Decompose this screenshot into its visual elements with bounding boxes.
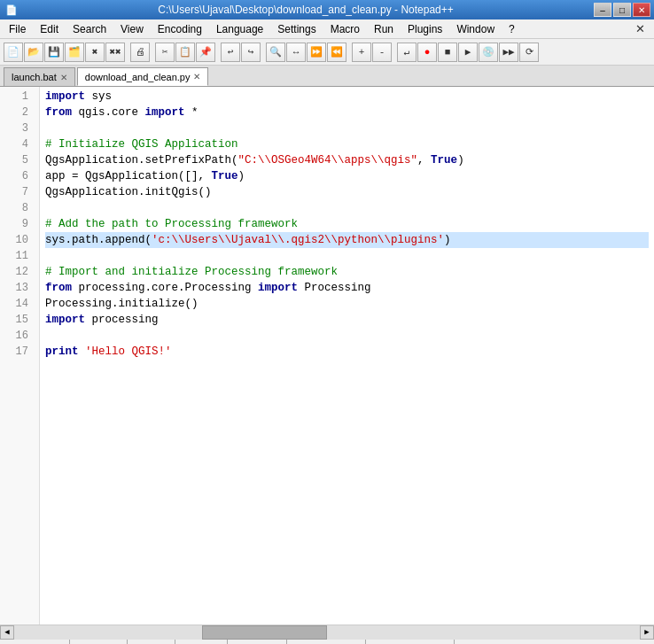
line-number-11: 11 xyxy=(0,248,34,264)
line-number-10: 10 xyxy=(0,232,34,248)
tb-macro-run[interactable]: ▶▶ xyxy=(499,43,518,62)
code-line-12[interactable]: # Import and initialize Processing frame… xyxy=(45,264,649,280)
line-number-5: 5 xyxy=(0,152,34,168)
tb-cut[interactable]: ✂ xyxy=(155,43,175,62)
tb-macro-save[interactable]: 💿 xyxy=(479,43,498,62)
line-numbers: 1234567891011121314151617 xyxy=(0,87,40,625)
tb-closeall[interactable]: ✖✖ xyxy=(105,43,125,62)
line-number-1: 1 xyxy=(0,89,34,105)
title-bar: 📄 C:\Users\Ujaval\Desktop\download_and_c… xyxy=(0,0,654,19)
menu-file[interactable]: File xyxy=(2,19,33,38)
menu-settings[interactable]: Settings xyxy=(270,19,323,38)
line-number-9: 9 xyxy=(0,216,34,232)
tab-label-launch: launch.bat xyxy=(12,72,57,82)
menu-window[interactable]: Window xyxy=(449,19,502,38)
tb-save[interactable]: 💾 xyxy=(44,43,64,62)
menu-help[interactable]: ? xyxy=(502,19,522,38)
menu-search[interactable]: Search xyxy=(66,19,113,38)
scroll-track[interactable] xyxy=(14,625,640,640)
status-ln: Ln : 10 xyxy=(128,640,176,644)
line-number-16: 16 xyxy=(0,328,34,344)
code-line-16[interactable] xyxy=(45,328,649,344)
scroll-left-button[interactable]: ◀ xyxy=(0,625,14,640)
code-line-11[interactable] xyxy=(45,248,649,264)
tb-wrap[interactable]: ↵ xyxy=(397,43,417,62)
code-line-13[interactable]: from processing.core.Processing import P… xyxy=(45,280,649,296)
tb-new[interactable]: 📄 xyxy=(4,43,23,62)
tb-findprev[interactable]: ⏪ xyxy=(327,43,346,62)
scroll-right-button[interactable]: ▶ xyxy=(640,625,654,640)
line-number-2: 2 xyxy=(0,105,34,120)
status-length: length : 465 xyxy=(0,640,70,644)
line-number-6: 6 xyxy=(0,168,34,184)
tab-download[interactable]: download_and_clean.py ✕ xyxy=(77,67,209,86)
menu-run[interactable]: Run xyxy=(367,19,401,38)
code-line-4[interactable]: # Initialize QGIS Application xyxy=(45,136,649,152)
status-lines: lines : 17 xyxy=(70,640,128,644)
code-line-17[interactable]: print 'Hello QGIS!' xyxy=(45,344,649,360)
tb-paste[interactable]: 📌 xyxy=(196,43,215,62)
tb-find[interactable]: 🔍 xyxy=(266,43,285,62)
tab-close-launch[interactable]: ✕ xyxy=(60,73,67,82)
tab-bar: launch.bat ✕ download_and_clean.py ✕ xyxy=(0,66,654,87)
code-line-7[interactable]: QgsApplication.initQgis() xyxy=(45,184,649,200)
toolbar: 📄 📂 💾 🗂️ ✖ ✖✖ 🖨 ✂ 📋 📌 ↩ ↪ 🔍 ↔ ⏩ ⏪ + - ↵ … xyxy=(0,39,654,66)
status-ins: INS xyxy=(455,640,488,644)
status-bar: length : 465 lines : 17 Ln : 10 Col : 62… xyxy=(0,639,654,644)
line-number-3: 3 xyxy=(0,120,34,136)
menu-view[interactable]: View xyxy=(113,19,151,38)
title-bar-icon: 📄 xyxy=(5,4,18,16)
tb-zoom-out[interactable]: - xyxy=(372,43,392,62)
tb-replace[interactable]: ↔ xyxy=(286,43,306,62)
tb-saveall[interactable]: 🗂️ xyxy=(65,43,84,62)
code-line-8[interactable] xyxy=(45,200,649,216)
tb-sync[interactable]: ⟳ xyxy=(519,43,539,62)
code-line-6[interactable]: app = QgsApplication([], True) xyxy=(45,168,649,184)
code-line-1[interactable]: import sys xyxy=(45,89,649,105)
tab-label-download: download_and_clean.py xyxy=(85,72,191,82)
tb-findnext[interactable]: ⏩ xyxy=(307,43,326,62)
menu-language[interactable]: Language xyxy=(209,19,270,38)
tb-undo[interactable]: ↩ xyxy=(221,43,240,62)
menu-bar: File Edit Search View Encoding Language … xyxy=(0,19,654,39)
tb-redo[interactable]: ↪ xyxy=(241,43,261,62)
title-bar-text: C:\Users\Ujaval\Desktop\download_and_cle… xyxy=(18,4,594,16)
line-number-12: 12 xyxy=(0,264,34,280)
menu-macro[interactable]: Macro xyxy=(323,19,367,38)
tb-macro-play[interactable]: ▶ xyxy=(458,43,478,62)
status-eol: Dos\Windows xyxy=(287,640,365,644)
close-button[interactable]: ✕ xyxy=(633,3,650,17)
tb-macro-rec[interactable]: ● xyxy=(417,43,437,62)
code-line-2[interactable]: from qgis.core import * xyxy=(45,105,649,120)
code-line-3[interactable] xyxy=(45,120,649,136)
tb-print[interactable]: 🖨 xyxy=(130,43,150,62)
line-number-13: 13 xyxy=(0,280,34,296)
tab-launch[interactable]: launch.bat ✕ xyxy=(4,67,75,86)
line-number-14: 14 xyxy=(0,296,34,312)
horizontal-scrollbar[interactable]: ◀ ▶ xyxy=(0,625,654,639)
tb-copy[interactable]: 📋 xyxy=(175,43,195,62)
code-line-5[interactable]: QgsApplication.setPrefixPath("C:\\OSGeo4… xyxy=(45,152,649,168)
menu-encoding[interactable]: Encoding xyxy=(151,19,209,38)
line-number-7: 7 xyxy=(0,184,34,200)
menu-edit[interactable]: Edit xyxy=(33,19,66,38)
code-line-14[interactable]: Processing.initialize() xyxy=(45,296,649,312)
tb-close[interactable]: ✖ xyxy=(85,43,105,62)
scroll-thumb[interactable] xyxy=(202,625,327,640)
tab-close-download[interactable]: ✕ xyxy=(193,72,200,81)
code-line-9[interactable]: # Add the path to Processing framework xyxy=(45,216,649,232)
code-line-15[interactable]: import processing xyxy=(45,312,649,328)
maximize-button[interactable]: □ xyxy=(613,3,631,17)
code-editor[interactable]: import sysfrom qgis.core import *# Initi… xyxy=(40,87,654,625)
code-line-10[interactable]: sys.path.append('c:\\Users\\Ujaval\\.qgi… xyxy=(45,232,649,248)
status-col: Col : 62 xyxy=(175,640,228,644)
title-bar-controls: – □ ✕ xyxy=(594,3,650,17)
tb-zoom-in[interactable]: + xyxy=(352,43,371,62)
tb-macro-stop[interactable]: ■ xyxy=(438,43,457,62)
menu-close-x[interactable]: ✕ xyxy=(628,22,652,35)
tb-open[interactable]: 📂 xyxy=(24,43,43,62)
menu-plugins[interactable]: Plugins xyxy=(401,19,449,38)
status-encoding: UTF-8 w/o BOM xyxy=(366,640,455,644)
line-number-8: 8 xyxy=(0,200,34,216)
minimize-button[interactable]: – xyxy=(594,3,611,17)
